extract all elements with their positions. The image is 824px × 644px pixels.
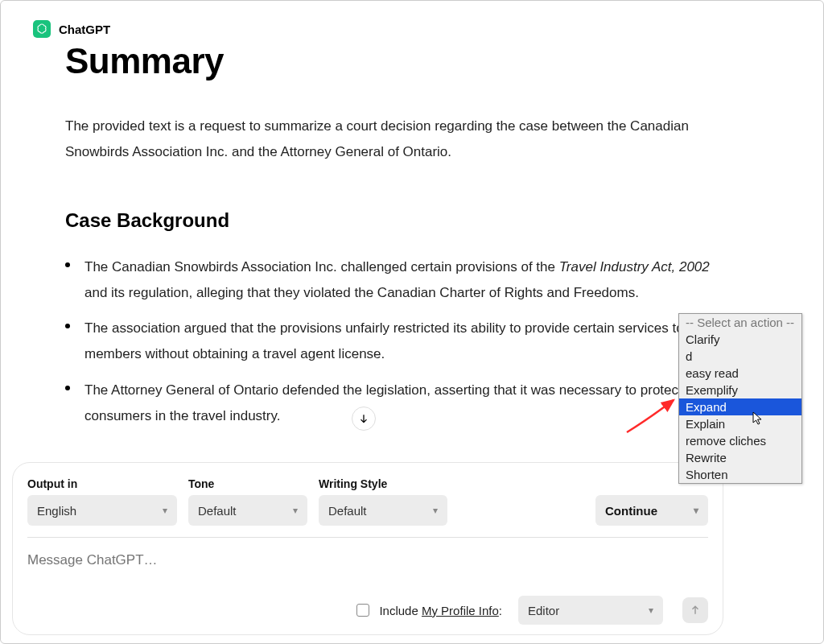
scroll-down-button[interactable]	[352, 407, 376, 431]
dropdown-placeholder: -- Select an action --	[679, 314, 801, 331]
output-label: Output in	[27, 477, 177, 490]
continue-button[interactable]: Continue ▾	[595, 495, 708, 526]
dropdown-item[interactable]: Explain	[679, 415, 801, 432]
dropdown-item[interactable]: Clarify	[679, 331, 801, 348]
tone-select[interactable]: Default ▾	[188, 495, 307, 526]
output-language-select[interactable]: English ▾	[27, 495, 177, 526]
arrow-down-icon	[358, 413, 369, 424]
dropdown-item[interactable]: Rewrite	[679, 449, 801, 466]
include-profile-checkbox[interactable]	[356, 604, 369, 617]
writing-style-select[interactable]: Default ▾	[319, 495, 447, 526]
select-value: English	[37, 504, 76, 518]
dropdown-item[interactable]: remove cliches	[679, 432, 801, 449]
dropdown-item[interactable]: Exemplify	[679, 382, 801, 398]
select-value: Editor	[528, 604, 559, 617]
arrow-up-icon	[690, 605, 701, 616]
annotation-arrow-icon	[624, 395, 680, 436]
style-label: Writing Style	[319, 477, 447, 490]
bullet-icon	[65, 262, 70, 267]
brand-label: ChatGPT	[59, 23, 110, 36]
chevron-down-icon: ▾	[433, 505, 438, 516]
select-value: Default	[328, 504, 367, 518]
action-dropdown[interactable]: -- Select an action -- Clarifydeasy read…	[678, 313, 802, 484]
app-header: ChatGPT	[33, 20, 791, 38]
message-input[interactable]	[27, 552, 708, 568]
editor-select[interactable]: Editor ▾	[518, 596, 663, 625]
list-item: The Canadian Snowbirds Association Inc. …	[65, 254, 717, 307]
include-profile-label: Include My Profile Info:	[379, 604, 502, 617]
dropdown-item[interactable]: Expand	[679, 398, 801, 415]
select-value: Default	[198, 504, 237, 518]
profile-info-link[interactable]: My Profile Info	[422, 604, 499, 617]
dropdown-item[interactable]: Shorten	[679, 466, 801, 483]
dropdown-item[interactable]: d	[679, 348, 801, 365]
page-title: Summary	[65, 41, 791, 81]
list-item: The Attorney General of Ontario defended…	[65, 378, 717, 430]
dropdown-item[interactable]: easy read	[679, 365, 801, 382]
chevron-down-icon: ▾	[694, 505, 698, 516]
bullet-text: and its regulation, alleging that they v…	[84, 285, 639, 300]
bullet-italic: Travel Industry Act, 2002	[559, 259, 710, 275]
bullet-text: The Attorney General of Ontario defended…	[84, 378, 717, 430]
chevron-down-icon: ▾	[163, 505, 167, 516]
input-panel: Output in English ▾ Tone Default ▾ Writi…	[12, 462, 723, 635]
bullet-text: The Canadian Snowbirds Association Inc. …	[84, 259, 559, 275]
list-item: The association argued that the provisio…	[65, 316, 717, 368]
bullet-icon	[65, 386, 70, 390]
continue-label: Continue	[605, 504, 657, 518]
send-button[interactable]	[682, 597, 708, 623]
chatgpt-logo-icon	[33, 20, 51, 38]
chevron-down-icon: ▾	[293, 505, 298, 516]
cursor-icon	[752, 411, 765, 426]
bullet-icon	[65, 324, 70, 328]
chevron-down-icon: ▾	[649, 605, 653, 616]
intro-text: The provided text is a request to summar…	[65, 114, 725, 166]
bullet-list: The Canadian Snowbirds Association Inc. …	[65, 254, 717, 430]
tone-label: Tone	[188, 477, 307, 490]
section-heading: Case Background	[65, 209, 791, 232]
bullet-text: The association argued that the provisio…	[84, 316, 717, 368]
